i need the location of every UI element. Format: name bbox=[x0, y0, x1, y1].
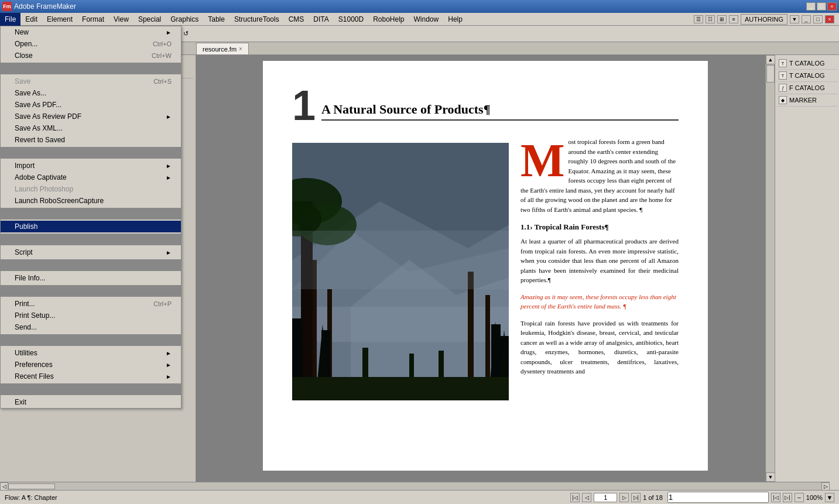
menu-separator-7 bbox=[1, 334, 181, 346]
document-scroll[interactable]: 1 A Natural Source of Products¶ bbox=[196, 55, 775, 482]
menu-label-fileinfo: File Info... bbox=[15, 274, 46, 282]
view-toggle-2[interactable]: ☷ bbox=[706, 15, 715, 23]
menu-window[interactable]: Window bbox=[409, 13, 444, 26]
menu-item-launchroboscreencapture[interactable]: Launch RoboScreenCapture bbox=[1, 195, 181, 207]
menu-dita[interactable]: DITA bbox=[309, 13, 333, 26]
menu-table[interactable]: Table bbox=[203, 13, 230, 26]
menu-item-send[interactable]: Send... bbox=[1, 321, 181, 333]
menu-label-open: Open... bbox=[15, 40, 37, 48]
menu-edit[interactable]: Edit bbox=[20, 13, 42, 26]
zoom-dropdown-button[interactable]: ▼ bbox=[825, 493, 834, 502]
menu-format[interactable]: Format bbox=[77, 13, 109, 26]
menu-arrow-adobecaptivate: ► bbox=[166, 174, 172, 181]
zoom-page-input[interactable] bbox=[667, 492, 769, 503]
menu-view[interactable]: View bbox=[109, 13, 133, 26]
drop-cap-letter: M bbox=[520, 142, 565, 179]
scroll-left-button[interactable]: ◁ bbox=[0, 482, 8, 491]
menu-label-printsetup: Print Setup... bbox=[15, 311, 55, 320]
vertical-scrollbar[interactable]: ▲ ▼ bbox=[765, 55, 775, 482]
document-tab[interactable]: resource.fm × bbox=[196, 43, 249, 54]
scroll-down-button[interactable]: ▼ bbox=[766, 472, 775, 482]
minimize-button[interactable]: _ bbox=[806, 2, 816, 11]
chapter-title: A Natural Source of Products¶ bbox=[321, 84, 679, 121]
menu-item-reverttosaved[interactable]: Revert to Saved bbox=[1, 134, 181, 146]
catalog-item-3[interactable]: f F CATALOG bbox=[776, 82, 838, 94]
menu-item-saveaspdf[interactable]: Save As PDF... bbox=[1, 99, 181, 111]
view-toggle-4[interactable]: ≡ bbox=[729, 15, 738, 23]
chapter-number: 1 bbox=[292, 84, 316, 126]
menu-file[interactable]: File bbox=[0, 13, 20, 26]
menu-item-new[interactable]: New ► bbox=[1, 26, 181, 38]
zoom-next-button[interactable]: ▷| bbox=[783, 493, 792, 502]
menu-special[interactable]: Special bbox=[133, 13, 166, 26]
svg-rect-24 bbox=[292, 377, 509, 400]
authoring-button[interactable]: AUTHORING bbox=[741, 14, 787, 25]
menu-graphics[interactable]: Graphics bbox=[166, 13, 203, 26]
menu-shortcut-print: Ctrl+P bbox=[153, 300, 172, 307]
menu-item-saveas[interactable]: Save As... bbox=[1, 87, 181, 99]
menu-item-print[interactable]: Print... Ctrl+P bbox=[1, 298, 181, 310]
scroll-right-button[interactable]: ▷ bbox=[821, 482, 830, 491]
titlebar-controls[interactable]: _ □ × bbox=[806, 2, 837, 11]
menu-arrow-preferences: ► bbox=[166, 362, 172, 368]
menu-item-printsetup[interactable]: Print Setup... bbox=[1, 310, 181, 321]
menu-item-launchphotoshop: Launch Photoshop bbox=[1, 183, 181, 195]
zoom-prev-button[interactable]: |◁ bbox=[771, 493, 780, 502]
minimize-button-2[interactable]: _ bbox=[802, 15, 811, 23]
horizontal-scrollbar[interactable]: ◁ ▷ bbox=[0, 482, 830, 490]
page-number-input[interactable] bbox=[594, 493, 617, 502]
menu-item-utilities[interactable]: Utilities ► bbox=[1, 347, 181, 359]
next-page-button[interactable]: ▷ bbox=[619, 493, 629, 502]
catalog-label-4: MARKER bbox=[789, 97, 817, 104]
svg-rect-25 bbox=[292, 231, 509, 289]
view-toggle-3[interactable]: ⊞ bbox=[717, 15, 727, 23]
menu-item-script[interactable]: Script ► bbox=[1, 246, 181, 258]
close-button-2[interactable]: × bbox=[825, 15, 834, 23]
menu-shortcut-close: Ctrl+W bbox=[152, 52, 172, 59]
menu-s1000d[interactable]: S1000D bbox=[334, 13, 368, 26]
menu-item-saveasxml[interactable]: Save As XML... bbox=[1, 122, 181, 134]
menu-item-import[interactable]: Import ► bbox=[1, 160, 181, 172]
close-button[interactable]: × bbox=[827, 2, 837, 11]
menu-label-preferences: Preferences bbox=[15, 361, 53, 369]
right-panel: T T CATALOG T T CATALOG f F CATALOG ◆ MA… bbox=[775, 55, 839, 482]
authoring-dropdown-icon[interactable]: ▼ bbox=[790, 15, 799, 23]
menu-item-recentfiles[interactable]: Recent Files ► bbox=[1, 371, 181, 382]
first-page-button[interactable]: |◁ bbox=[570, 493, 580, 502]
menu-item-fileinfo[interactable]: File Info... bbox=[1, 272, 181, 284]
menu-separator-4 bbox=[1, 234, 181, 245]
restore-button[interactable]: □ bbox=[813, 15, 823, 23]
scroll-thumb[interactable] bbox=[766, 65, 775, 83]
menu-item-preferences[interactable]: Preferences ► bbox=[1, 359, 181, 371]
prev-page-button[interactable]: ◁ bbox=[582, 493, 591, 502]
zoom-out-button[interactable]: − bbox=[795, 493, 804, 502]
menu-label-close: Close bbox=[15, 52, 33, 60]
tab-close-button[interactable]: × bbox=[239, 46, 242, 52]
titlebar-title: Adobe FrameMaker bbox=[14, 2, 76, 11]
h-scroll-thumb[interactable] bbox=[8, 484, 55, 489]
menu-element[interactable]: Element bbox=[42, 13, 77, 26]
callout-paragraph: Amazing as it may seem, these forests oc… bbox=[520, 292, 679, 311]
scroll-up-button[interactable]: ▲ bbox=[766, 55, 775, 64]
maximize-button[interactable]: □ bbox=[817, 2, 826, 11]
h-scroll-track[interactable] bbox=[8, 484, 821, 489]
menu-structuretools[interactable]: StructureTools bbox=[230, 13, 284, 26]
menu-robohelp[interactable]: RoboHelp bbox=[368, 13, 409, 26]
view-toggle-1[interactable]: ☰ bbox=[694, 15, 703, 23]
menu-help[interactable]: Help bbox=[443, 13, 467, 26]
menu-cms[interactable]: CMS bbox=[284, 13, 309, 26]
menu-item-publish[interactable]: Publish bbox=[1, 221, 181, 232]
catalog-item-4[interactable]: ◆ MARKER bbox=[776, 94, 838, 107]
scroll-track[interactable] bbox=[766, 64, 775, 472]
last-page-button[interactable]: ▷| bbox=[631, 493, 641, 502]
menu-item-adobecaptivate[interactable]: Adobe Captivate ► bbox=[1, 172, 181, 183]
menu-item-open[interactable]: Open... Ctrl+O bbox=[1, 38, 181, 50]
document-area[interactable]: 1 A Natural Source of Products¶ bbox=[196, 55, 775, 482]
menu-label-adobecaptivate: Adobe Captivate bbox=[15, 173, 67, 181]
menu-item-exit[interactable]: Exit bbox=[1, 396, 181, 408]
catalog-item-2[interactable]: T T CATALOG bbox=[776, 70, 838, 82]
forest-svg bbox=[292, 143, 509, 400]
menu-item-close[interactable]: Close Ctrl+W bbox=[1, 50, 181, 61]
catalog-item-1[interactable]: T T CATALOG bbox=[776, 57, 838, 70]
menu-item-saveasreviewpdf[interactable]: Save As Review PDF ► bbox=[1, 111, 181, 122]
